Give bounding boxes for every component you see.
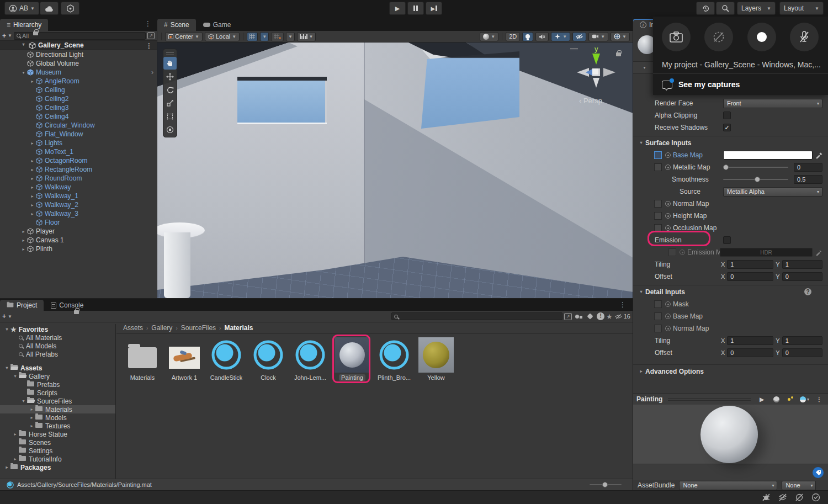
overlay-handle[interactable] [570,48,578,50]
effects-dropdown[interactable]: ▼ [551,32,570,41]
asset-item[interactable]: Clock [247,337,289,383]
metallic-value-field[interactable]: 0 [794,163,822,172]
foldout-right-icon[interactable]: ▸ [29,167,36,172]
metallic-slider[interactable] [723,167,788,168]
preview-play-button[interactable]: ▶ [756,395,767,404]
projection-label[interactable]: ‹ Persp [579,97,602,105]
tab-console[interactable]: Console [44,300,90,311]
foldout-right-icon[interactable]: ▸ [20,247,27,252]
object-picker-icon[interactable] [665,225,671,231]
project-tree-item[interactable]: ▸Horse Statue [0,430,115,438]
screenshot-button[interactable] [662,23,691,51]
kebab-menu-icon[interactable]: ⋮ [145,20,151,28]
tab-game[interactable]: Game [197,19,238,31]
project-tree-item[interactable]: Scripts [0,389,115,397]
detail-offset-y-field[interactable]: 0 [782,348,822,357]
record-last-disabled-button[interactable] [704,23,733,51]
2d-toggle-button[interactable]: 2D [506,32,520,41]
audio-toggle-button[interactable] [535,32,549,41]
height-map-texture-slot[interactable] [654,212,662,220]
breadcrumb-gallery[interactable]: Gallery [151,324,172,332]
gizmo-right-cone[interactable] [603,68,615,77]
snap-increment-button[interactable] [271,32,284,41]
foldout-down-icon[interactable]: ▾ [3,327,10,332]
detail-tiling-x-field[interactable]: 1 [727,336,773,345]
surface-inputs-header[interactable]: ▾ Surface Inputs [633,136,828,149]
foldout-right-icon[interactable]: ▸ [29,176,36,181]
hidden-count-toggle[interactable]: 16 [614,313,630,320]
gizmo-center-cube[interactable] [592,68,600,76]
grid-snap-dropdown[interactable]: ▼ [260,32,269,41]
detail-tiling-y-field[interactable]: 1 [782,336,822,345]
thumbnail-zoom-slider[interactable] [590,484,622,485]
hierarchy-item[interactable]: ▸ RoundRoom [0,174,157,183]
pivot-dropdown[interactable]: Center ▼ [165,32,203,41]
breadcrumb-assets[interactable]: Assets [123,324,143,332]
project-tree-item[interactable]: ▸Textures [0,422,115,430]
tiling-y-field[interactable]: 1 [782,260,822,269]
foldout-right-icon[interactable]: ▸ [20,229,27,234]
transform-tool-button[interactable] [163,123,177,136]
hierarchy-item[interactable]: ▸ Plinth [0,245,157,253]
scene-visibility-button[interactable] [572,32,586,41]
kebab-menu-icon[interactable]: ⋮ [146,42,152,50]
object-picker-icon[interactable] [665,326,671,331]
undo-history-button[interactable] [696,2,715,15]
foldout-down-icon[interactable]: ▾ [12,374,19,379]
asset-item[interactable]: Yellow [415,337,457,383]
gizmo-y-cone[interactable] [592,54,600,65]
foldout-right-icon[interactable]: ▸ [29,203,36,208]
account-button[interactable]: AB ▼ [4,2,39,15]
hierarchy-item[interactable]: ▸ AngleRoom [0,77,157,86]
foldout-right-icon[interactable]: ▸ [29,194,36,199]
help-icon[interactable]: ? [804,288,811,295]
hand-tool-button[interactable] [163,57,177,70]
hierarchy-item[interactable]: Ceiling4 [0,112,157,121]
preview-header[interactable]: Painting ▶ ▼ ⋮ [633,393,828,405]
preview-drag-handle[interactable] [668,398,751,401]
object-picker-icon[interactable] [665,213,671,219]
open-search-window-icon[interactable]: ↗ [564,313,572,320]
foldout-right-icon[interactable]: ▸ [3,465,10,470]
smoothness-slider[interactable] [723,179,788,180]
rotate-tool-button[interactable] [163,83,177,96]
snap-increment-dropdown[interactable]: ▼ [286,32,295,41]
layout-dropdown[interactable]: Layout ▼ [779,2,824,15]
hierarchy-item[interactable]: ▸ Player [0,227,157,236]
search-by-label-icon[interactable] [585,312,595,320]
offset-x-field[interactable]: 0 [727,272,773,281]
render-face-dropdown[interactable]: Front [723,99,822,108]
project-tree-item[interactable]: ▾SourceFiles [0,397,115,405]
cloud-button[interactable] [40,2,59,15]
hierarchy-item[interactable]: MoText_1 [0,147,157,156]
search-by-type-icon[interactable] [574,312,583,320]
cloud-disabled-icon[interactable] [795,494,804,501]
asset-item[interactable]: Painting [331,337,373,383]
detail-mask-texture-slot[interactable] [654,300,662,308]
layers-dropdown[interactable]: Layers ▼ [737,2,776,15]
occlusion-map-texture-slot[interactable] [654,224,662,232]
foldout-right-icon[interactable]: ▸ [29,141,36,146]
foldout-right-icon[interactable]: ▸ [20,238,27,243]
unlocked-icon[interactable] [616,52,621,56]
hierarchy-item[interactable]: ▸ Lights [0,139,157,147]
status-check-icon[interactable] [811,493,820,502]
project-tree-item[interactable]: All Materials [0,333,115,342]
asset-item[interactable]: Plinth_Bro... [373,337,415,383]
normal-map-texture-slot[interactable] [654,200,662,208]
project-tree-item[interactable]: ▸Models [0,413,115,422]
base-map-texture-slot[interactable] [654,151,662,159]
search-button[interactable] [716,2,735,15]
assetbundle-dropdown[interactable]: None [679,481,777,490]
advanced-options-header[interactable]: ▸ Advanced Options [633,364,828,378]
mic-muted-button[interactable] [790,23,819,51]
foldout-down-icon[interactable]: ▾ [20,70,27,75]
project-search-input[interactable] [391,312,562,320]
project-tree-item[interactable]: ▾Gallery [0,372,115,380]
foldout-right-icon[interactable]: ▸ [28,423,35,428]
detail-inputs-header[interactable]: ▾ Detail Inputs ? [633,285,828,298]
preview-skybox-dropdown[interactable]: ▼ [799,395,810,404]
move-tool-button[interactable] [163,70,177,83]
grid-snap-button[interactable] [247,32,258,41]
tab-scene[interactable]: # Scene [157,19,196,31]
